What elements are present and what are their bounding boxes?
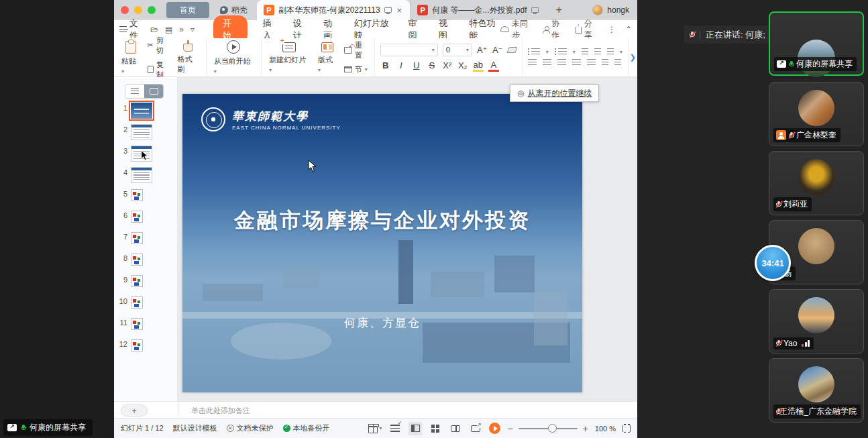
screen: 首页 稻壳 P 副本华东师范-何康20221113 × P 何康 等——金...… [0, 0, 868, 438]
increase-font-button[interactable]: A⁺ [477, 45, 488, 55]
local-backup-status[interactable]: 本地备份开 [283, 423, 330, 433]
font-size-select[interactable]: 0▾ [443, 44, 472, 56]
text-direction-button[interactable] [602, 59, 608, 66]
superscript-button[interactable]: X² [442, 60, 453, 70]
zoom-slider[interactable] [519, 428, 578, 429]
slide-thumbnail[interactable]: 4 [117, 167, 177, 188]
italic-button[interactable]: I [396, 60, 406, 70]
clear-format-icon[interactable] [506, 47, 517, 53]
slide-thumbnail[interactable]: 7 [117, 231, 177, 253]
home-tab[interactable]: 首页 [166, 2, 209, 18]
zoom-slider-thumb[interactable] [548, 424, 557, 433]
gift-promo-button[interactable]: ▾ [368, 422, 382, 435]
slide-thumbnail[interactable]: 9 [117, 274, 177, 296]
layout-button[interactable]: 版式 ▾ [316, 41, 339, 74]
thumbnail-view-button[interactable] [144, 85, 163, 98]
slide-thumbnail[interactable]: 10 [117, 296, 177, 317]
customize-toolbar-icon[interactable]: ▿ [191, 25, 195, 34]
zoom-window-button[interactable] [148, 6, 156, 14]
toolbar-expand-icon[interactable]: ❯ [630, 53, 636, 62]
projector-view-button[interactable] [469, 422, 482, 435]
slide-sorter-view-button[interactable] [429, 422, 442, 435]
decrease-indent-button[interactable] [582, 48, 588, 56]
clipboard-icon [125, 41, 136, 54]
close-tab-icon[interactable]: × [396, 5, 404, 15]
align-right-button[interactable] [557, 59, 566, 66]
slide-thumbnail[interactable]: 12 [117, 339, 177, 360]
columns-button[interactable] [614, 59, 621, 66]
more-quick-actions-icon[interactable]: » [179, 25, 184, 34]
fit-to-window-icon[interactable] [622, 425, 631, 433]
current-slide[interactable]: 華東師範大學 EAST CHINA NORMAL UNIVERSITY 金融市场… [182, 94, 582, 392]
reset-button[interactable]: 重置 [344, 40, 369, 60]
share-button[interactable]: 分享 [576, 18, 598, 41]
font-color-button[interactable]: A [488, 60, 499, 72]
align-center-button[interactable] [543, 59, 551, 66]
slide-thumbnail[interactable]: 5 [117, 188, 177, 210]
zoom-out-button[interactable]: − [507, 423, 512, 434]
underline-button[interactable]: U [411, 60, 422, 70]
mic-muted-icon [776, 201, 781, 208]
strikethrough-button[interactable]: S [427, 60, 437, 70]
slideshow-play-button[interactable] [489, 423, 500, 434]
collapse-ribbon-icon[interactable]: ⌃ [625, 25, 632, 34]
numbered-list-button[interactable] [558, 48, 567, 56]
highlight-color-button[interactable]: ab [473, 60, 484, 72]
save-icon[interactable]: ▤ [165, 25, 172, 34]
line-spacing-button[interactable] [607, 48, 614, 56]
increase-indent-button[interactable] [594, 48, 601, 56]
reading-view-button[interactable] [449, 422, 462, 435]
slide-thumbnail[interactable]: 8 [117, 253, 177, 274]
participant-tile-hekang[interactable]: 何康的屏幕共享 [769, 11, 864, 76]
distribute-button[interactable] [587, 59, 596, 66]
slide-thumbnail[interactable]: 1 [117, 103, 177, 124]
notes-placeholder[interactable]: 单击此处添加备注 [191, 406, 250, 416]
open-file-icon[interactable]: 🗁 [150, 25, 158, 34]
paste-button[interactable]: 粘贴 ▾ [119, 40, 142, 76]
minimize-window-button[interactable] [134, 6, 142, 14]
slide-thumbnail[interactable]: 11 [117, 317, 177, 339]
zoom-in-button[interactable]: + [583, 423, 588, 434]
university-name-zh: 華東師範大學 [232, 109, 341, 124]
presenting-monitor-icon [384, 7, 392, 13]
status-bar: 幻灯片 1 / 12 默认设计模板 ✕ 文档未保护 本地备份开 ▾ − [114, 418, 637, 438]
subscript-button[interactable]: X₂ [457, 60, 468, 70]
new-slide-button[interactable]: 新建幻灯片 ▾ [267, 41, 311, 74]
participant-tile-yang[interactable]: 杨 34:41 [769, 220, 864, 284]
document-protection-status[interactable]: ✕ 文档未保护 [227, 423, 274, 433]
close-window-button[interactable] [121, 6, 129, 14]
copy-button[interactable]: 复制 [148, 60, 170, 80]
sync-status-button[interactable]: 未同步 [500, 18, 533, 41]
task-outline-button[interactable] [388, 422, 402, 435]
account-button[interactable]: hongk [592, 5, 629, 15]
docer-tab[interactable]: 稻壳 [220, 5, 248, 16]
slide-thumbnail[interactable]: 2 [117, 124, 177, 146]
participant-tile-yao[interactable]: Yao [769, 289, 864, 353]
section-button[interactable]: 节 ▾ [344, 64, 369, 74]
collaborate-button[interactable]: 协作 [543, 18, 565, 41]
format-painter-button[interactable]: 格式刷 [176, 39, 201, 76]
bullet-list-button[interactable] [531, 48, 540, 56]
decrease-font-button[interactable]: A⁻ [492, 45, 503, 55]
slide-thumbnail[interactable]: 6 [117, 210, 177, 231]
slide-number: 10 [117, 297, 127, 305]
participant-tile-wanghaonan[interactable]: 王浩楠_广东金融学院 [769, 358, 864, 423]
participant-tile-liuliya[interactable]: 刘莉亚 [769, 151, 864, 215]
font-family-select[interactable]: ▾ [380, 44, 438, 56]
share-icon [576, 27, 582, 34]
justify-button[interactable] [572, 59, 581, 66]
template-name[interactable]: 默认设计模板 [173, 423, 217, 433]
outline-view-button[interactable] [125, 85, 144, 98]
align-left-button[interactable] [528, 59, 537, 66]
cut-button[interactable]: ✂ 剪切 [148, 36, 170, 56]
participant-tile-linlikui[interactable]: 广金林梨奎 [769, 82, 864, 146]
normal-view-button[interactable] [409, 422, 422, 435]
university-logo: 華東師範大學 EAST CHINA NORMAL UNIVERSITY [201, 107, 341, 131]
new-tab-button[interactable]: + [556, 4, 562, 16]
add-slide-button[interactable]: + [121, 404, 148, 417]
resume-position-tooltip[interactable]: ◎ 从离开的位置继续 [510, 85, 599, 102]
bold-button[interactable]: B [380, 60, 391, 70]
slide-preview [131, 124, 152, 140]
play-from-current-button[interactable]: 从当前开始 ▾ [212, 39, 256, 76]
more-options-icon[interactable]: ⋮ [608, 25, 616, 34]
